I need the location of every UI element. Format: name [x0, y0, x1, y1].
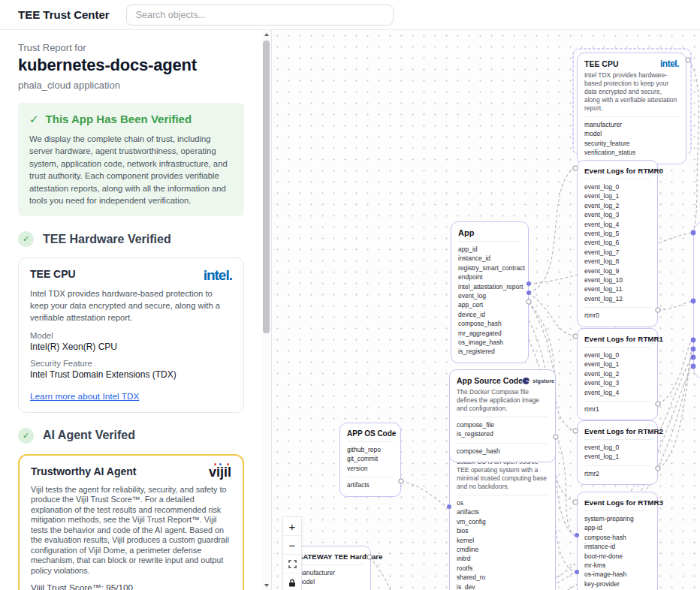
section-ai-agent: ✓ AI Agent Verifed — [18, 428, 244, 444]
app-subtitle: phala_cloud application — [18, 80, 244, 91]
node-field: event_log_1 — [584, 191, 650, 200]
tee-cpu-card: TEE CPU intel. Intel TDX provides hardwa… — [18, 257, 244, 412]
security-feature-label: Security Feature — [30, 359, 232, 368]
scrollbar-up-arrow[interactable] — [262, 30, 270, 39]
fit-view-icon — [288, 560, 297, 568]
node-field: verification_status — [584, 148, 679, 157]
node-field: event_log_4 — [584, 388, 650, 397]
intel-tdx-link[interactable]: Learn more about Intel TDX — [30, 391, 139, 402]
node-event-logs-rtmr1[interactable]: Event Logs for RTMR1 event_log_0event_lo… — [577, 328, 658, 420]
sigstore-logo: sigstore — [523, 378, 554, 384]
search-input[interactable] — [126, 5, 394, 26]
node-footer-rtmr2: rtmr2 — [584, 469, 650, 478]
node-offscreen-right[interactable] — [693, 221, 700, 379]
node-title: TEE CPU — [584, 59, 619, 68]
card-title: Trustworthy AI Agent — [31, 465, 137, 477]
node-field: is_registered — [457, 429, 548, 438]
node-event-logs-rtmr3[interactable]: Event Logs for RTMR3 system-preparingapp… — [577, 492, 658, 590]
card-title: TEE CPU — [30, 268, 76, 280]
vijil-card: Trustworthy AI Agent vijil Vijil tests t… — [18, 454, 244, 590]
node-field: app_cert — [458, 300, 521, 309]
check-icon: ✓ — [29, 113, 39, 125]
node-field: os — [457, 498, 548, 507]
fit-view-button[interactable] — [283, 555, 301, 573]
intel-logo: intel. — [660, 59, 679, 68]
trust-graph-canvas[interactable]: TEE CPU intel. Intel TDX provides hardwa… — [272, 30, 700, 590]
canvas-controls: + − — [282, 516, 302, 590]
node-field: rootfs — [457, 564, 548, 573]
node-field: model — [297, 577, 364, 586]
scrollbar-down-arrow[interactable] — [262, 581, 270, 590]
node-field: security_feature — [584, 139, 679, 148]
trust-score: Vijil Trust Score™: 95/100 — [31, 582, 231, 590]
node-title: App — [458, 228, 521, 237]
trust-report-panel: Trust Report for kubernetes-docs-agent p… — [0, 30, 272, 590]
node-field: event_log_1 — [584, 452, 650, 461]
node-footer-rtmr1: rtmr1 — [584, 405, 650, 414]
node-field: endpoint — [458, 272, 521, 281]
node-field: event_log_5 — [584, 229, 650, 238]
verified-banner: ✓This App Has Been Verified We display t… — [18, 103, 244, 216]
node-field: event_log_2 — [584, 201, 650, 210]
card-description: Vijil tests the agent for reliability, s… — [31, 485, 231, 576]
verified-banner-title: ✓This App Has Been Verified — [29, 113, 233, 126]
node-field: is_dev — [457, 582, 548, 590]
node-field: event_log_0 — [584, 182, 650, 191]
node-title: GATEWAY TEE Hardware — [297, 552, 364, 561]
node-field: mr_aggregated — [458, 329, 521, 338]
node-field: instance_id — [458, 254, 521, 263]
lock-button[interactable] — [283, 573, 301, 590]
node-title: Event Logs for RTMR1 — [584, 335, 650, 343]
node-tee-cpu[interactable]: TEE CPU intel. Intel TDX provides hardwa… — [577, 53, 686, 164]
node-field: os_image_hash — [458, 338, 521, 347]
node-field: event_log_3 — [584, 378, 650, 387]
vijil-logo: vijil — [209, 465, 231, 479]
node-app[interactable]: App app_idinstance_idregistry_smart_cont… — [451, 221, 529, 363]
app-title: TEE Trust Center — [18, 8, 110, 21]
page-title: kubernetes-docs-agent — [18, 56, 244, 75]
node-field: event_log — [458, 291, 521, 300]
node-field: boot-mr-done — [584, 552, 650, 561]
intel-logo: intel. — [204, 268, 232, 282]
node-field: compose-hash — [584, 533, 650, 542]
node-gateway-tee-hardware[interactable]: GATEWAY TEE Hardware manufacturermodel — [290, 546, 371, 590]
scrollbar-thumb[interactable] — [263, 41, 270, 333]
node-field: artifacts — [457, 507, 548, 516]
node-event-logs-rtmr0[interactable]: Event Logs for RTMR0 event_log_0event_lo… — [577, 160, 658, 327]
zoom-out-button[interactable]: − — [283, 536, 301, 555]
node-field: shared_ro — [457, 573, 548, 582]
node-field: event_log_3 — [584, 210, 650, 219]
node-field: instance-id — [584, 542, 650, 551]
node-field: event_log_7 — [584, 248, 650, 257]
node-field: intel_attestation_report — [458, 282, 521, 291]
node-title: App Source Code — [457, 376, 523, 385]
node-field: event_log_0 — [584, 443, 650, 452]
node-field: manufacturer — [584, 120, 679, 129]
node-field: event_log_6 — [584, 238, 650, 247]
node-field: version — [347, 464, 394, 473]
node-title: Event Logs for RTMR0 — [584, 167, 650, 175]
node-title: Event Logs for RTMR2 — [584, 427, 650, 435]
node-app-source-code[interactable]: App Source Code sigstore The Docker Comp… — [449, 369, 556, 462]
check-circle-icon: ✓ — [18, 231, 34, 247]
node-field: event_log_4 — [584, 220, 650, 229]
node-footer-rtmr0: rtmr0 — [584, 311, 650, 320]
zoom-in-button[interactable]: + — [283, 517, 301, 536]
node-field: app-id — [584, 523, 650, 532]
node-footer-artifacts: artifacts — [347, 480, 394, 489]
node-app-os-code[interactable]: APP OS Code github_repogit_commitversion… — [339, 423, 401, 497]
node-field: registry_smart_contract — [458, 263, 521, 272]
node-field: event_log_8 — [584, 257, 650, 266]
node-field: app_id — [458, 245, 521, 254]
node-field: bios — [457, 526, 548, 535]
section-tee-hardware: ✓ TEE Hardware Verified — [18, 231, 244, 247]
node-field: is_registered — [458, 347, 521, 356]
node-event-logs-rtmr2[interactable]: Event Logs for RTMR2 event_log_0event_lo… — [577, 420, 658, 485]
node-description: dstack OS is an open source TEE operatin… — [457, 458, 548, 491]
node-field: event_log_1 — [584, 360, 650, 369]
node-description: The Docker Compose file defines the appl… — [457, 388, 548, 413]
node-field: git_commit — [347, 454, 394, 463]
top-bar: TEE Trust Center — [0, 0, 700, 30]
node-field: event_log_11 — [584, 284, 650, 293]
model-value: Intel(R) Xeon(R) CPU — [30, 342, 232, 352]
